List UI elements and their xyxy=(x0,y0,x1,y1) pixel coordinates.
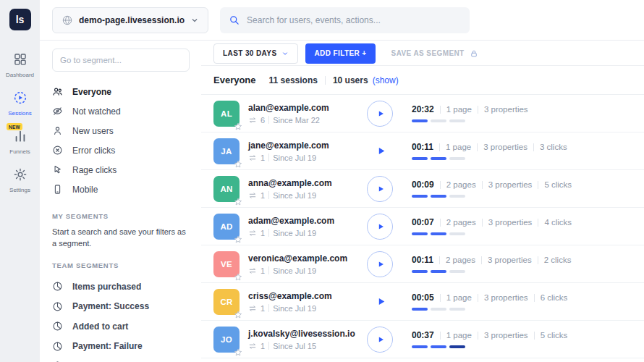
star-icon[interactable] xyxy=(233,272,243,282)
visit-count: 1 xyxy=(260,266,265,275)
left-rail: ls DashboardSessionsNEWFunnelsSettings xyxy=(0,0,40,362)
filter-label: Everyone xyxy=(72,87,111,97)
session-stats: 00:111 page3 properties3 clicks xyxy=(412,142,567,160)
since-date: Since Jul 19 xyxy=(273,191,316,200)
team-segment-abandoned-cart[interactable]: Abandoned cart xyxy=(52,356,190,362)
segment-search-input[interactable] xyxy=(52,49,190,72)
divider xyxy=(477,143,478,151)
activity-bar xyxy=(412,119,528,122)
since-date: Since Jul 19 xyxy=(273,304,316,313)
session-stats: 20:321 page3 properties xyxy=(412,104,528,122)
session-row: ANanna@example.com1Since Jul 1900:092 pa… xyxy=(201,170,644,208)
since-date: Since Jul 19 xyxy=(273,229,316,237)
session-duration: 00:09 xyxy=(412,180,434,190)
divider xyxy=(439,143,440,151)
session-row: JOj.kovalsky@livesession.io1Since Jul 15… xyxy=(201,321,644,358)
session-email[interactable]: anna@example.com xyxy=(248,178,351,188)
session-clicks: 4 clicks xyxy=(544,218,572,227)
gear-icon xyxy=(13,167,27,182)
since-date: Since Jul 19 xyxy=(273,266,316,275)
user-info: jane@example.com1Since Jul 19 xyxy=(248,140,351,162)
session-properties: 3 properties xyxy=(484,105,528,114)
play-button[interactable] xyxy=(367,289,393,315)
save-segment-button[interactable]: SAVE AS SEGMENT xyxy=(383,43,487,64)
team-segment-label: Items purchased xyxy=(72,282,141,292)
star-icon[interactable] xyxy=(233,159,243,169)
divider xyxy=(538,181,538,189)
sessions-icon xyxy=(13,90,27,105)
activity-bar-segment xyxy=(431,232,446,235)
filter-not-watched[interactable]: Not watched xyxy=(52,101,190,121)
session-email[interactable]: j.kovalsky@livesession.io xyxy=(248,329,351,339)
search-input[interactable] xyxy=(247,15,461,25)
user-icon xyxy=(52,125,63,136)
team-segment-items-purchased[interactable]: Items purchased xyxy=(52,277,190,297)
app: ls DashboardSessionsNEWFunnelsSettings d… xyxy=(0,0,644,362)
session-stats: 00:051 page3 properties6 clicks xyxy=(412,292,567,311)
rail-item-funnels[interactable]: NEWFunnels xyxy=(0,129,40,155)
divider xyxy=(538,219,538,227)
activity-bar xyxy=(412,157,567,160)
session-email[interactable]: veronica@example.com xyxy=(248,253,351,264)
session-email[interactable]: jane@example.com xyxy=(248,140,351,151)
star-icon[interactable] xyxy=(233,235,243,245)
my-segments-hint: Start a search and save your filters as … xyxy=(52,227,187,250)
divider xyxy=(268,116,269,124)
visit-count: 1 xyxy=(260,191,265,200)
divider xyxy=(440,219,441,227)
rail-item-label: Settings xyxy=(0,187,40,193)
play-button[interactable] xyxy=(367,327,393,353)
play-button[interactable] xyxy=(367,214,393,240)
date-range-button[interactable]: LAST 30 DAYS xyxy=(213,43,298,64)
filter-rage-clicks[interactable]: Rage clicks xyxy=(52,160,190,180)
team-segment-added-to-cart[interactable]: Added to cart xyxy=(52,316,190,337)
star-icon[interactable] xyxy=(233,348,243,358)
star-icon[interactable] xyxy=(233,310,243,320)
mobile-icon xyxy=(52,184,63,195)
avatar: AL xyxy=(213,101,240,127)
add-filter-button[interactable]: ADD FILTER + xyxy=(305,43,375,64)
activity-bar-segment xyxy=(412,119,428,122)
filter-error-clicks[interactable]: Error clicks xyxy=(52,140,190,160)
session-clicks: 3 clicks xyxy=(540,143,567,151)
session-email[interactable]: criss@example.com xyxy=(248,291,351,301)
filter-new-users[interactable]: New users xyxy=(52,121,190,140)
star-icon[interactable] xyxy=(233,197,243,207)
global-search[interactable] xyxy=(220,7,470,33)
site-selector[interactable]: demo-page.livesession.io xyxy=(52,7,208,33)
rail-item-dashboard[interactable]: Dashboard xyxy=(0,52,40,78)
session-meta: 6Since Mar 22 xyxy=(248,116,351,125)
main: LAST 30 DAYS ADD FILTER + SAVE AS SEGMEN… xyxy=(201,41,644,362)
activity-bar-segment xyxy=(412,270,428,273)
site-name: demo-page.livesession.io xyxy=(79,15,185,25)
grid-icon xyxy=(13,52,27,67)
avatar: AD xyxy=(213,214,240,240)
topbar: demo-page.livesession.io xyxy=(40,0,644,41)
session-stats: 00:092 pages3 properties5 clicks xyxy=(412,180,572,198)
divider xyxy=(533,143,534,151)
star-icon[interactable] xyxy=(233,122,243,132)
session-duration: 00:11 xyxy=(412,142,433,152)
team-segment-payment-success[interactable]: Payment: Success xyxy=(52,296,190,316)
rail-item-sessions[interactable]: Sessions xyxy=(0,90,40,117)
session-email[interactable]: alan@example.com xyxy=(248,103,351,113)
play-button[interactable] xyxy=(367,251,393,277)
session-duration: 00:05 xyxy=(412,292,434,303)
eye-off-icon xyxy=(52,106,63,117)
session-clicks: 6 clicks xyxy=(541,293,568,302)
session-duration: 00:07 xyxy=(412,217,434,227)
play-button[interactable] xyxy=(367,176,393,202)
team-segment-payment-failure[interactable]: Payment: Failure xyxy=(52,336,190,356)
play-button[interactable] xyxy=(367,101,393,127)
app-logo[interactable]: ls xyxy=(9,9,31,30)
user-info: veronica@example.com1Since Jul 19 xyxy=(248,253,351,275)
show-link[interactable]: (show) xyxy=(373,75,399,85)
filter-mobile[interactable]: Mobile xyxy=(52,180,190,199)
activity-bar-segment xyxy=(449,157,465,160)
session-email[interactable]: adam@example.com xyxy=(248,216,351,226)
team-segment-label: Payment: Success xyxy=(72,301,149,311)
rail-item-settings[interactable]: Settings xyxy=(0,167,40,193)
filter-everyone[interactable]: Everyone xyxy=(52,82,190,101)
play-button[interactable] xyxy=(367,138,393,164)
session-clicks: 5 clicks xyxy=(541,331,568,340)
